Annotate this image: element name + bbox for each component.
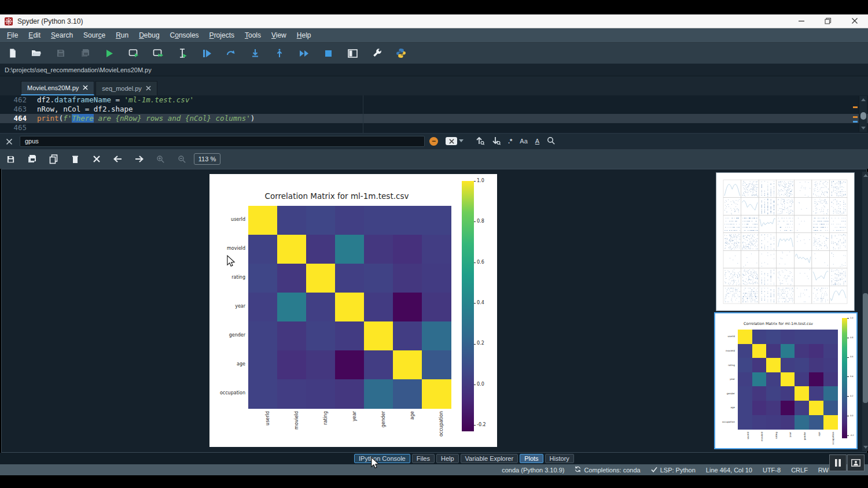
search-options-button[interactable] [547,136,556,146]
y-tick-label: userId [715,335,735,338]
find-next-button[interactable] [492,136,501,146]
thumbnails-scrollbar[interactable] [862,172,868,451]
status-conda-python-3-10-9-: conda (Python 3.10.9) [502,467,564,474]
maximize-pane-button[interactable] [340,45,365,62]
menu-item-consoles[interactable]: Consoles [165,29,204,41]
editor-tab-movielens20m.py[interactable]: MovieLens20M.py [21,81,94,95]
python-icon [396,48,406,58]
x-tick-label: userId [265,411,270,426]
next-plot-button[interactable] [128,151,150,167]
tab-close-icon[interactable] [146,85,151,92]
debug-continue-button[interactable] [219,45,243,62]
editor-scrollbar[interactable] [859,96,867,132]
run-file-button[interactable] [97,45,122,62]
y-tick-label: age [715,406,735,409]
overlay-webcam-button[interactable] [847,454,865,471]
menu-item-search[interactable]: Search [46,29,78,41]
pane-tab-files[interactable]: Files [412,454,435,463]
code-line-465[interactable]: 465 [0,123,868,132]
menu-item-view[interactable]: View [267,29,291,41]
run-cell-button[interactable] [122,45,146,62]
pane-tab-plots[interactable]: Plots [520,454,543,463]
save-button[interactable] [49,45,73,62]
menu-label: un [121,31,128,39]
find-previous-button[interactable] [476,136,484,146]
zoom-in-button[interactable] [150,151,171,167]
previous-plot-button[interactable] [107,151,128,167]
heatmap-cell [393,264,422,293]
thumbnail-scatter-matrix[interactable] [716,172,855,311]
open-file-button[interactable] [24,45,49,62]
step-into-button[interactable] [243,45,267,62]
debug-file-button[interactable] [194,45,219,62]
scroll-up-icon[interactable] [861,98,866,101]
python-env-button[interactable] [389,45,413,62]
figure-correlation-matrix[interactable]: Correlation Matrix for ml-1m.test.csvuse… [209,174,497,447]
zoom-out-button[interactable] [171,151,193,167]
menu-item-run[interactable]: Run [111,29,133,41]
continue-execution-button[interactable] [292,45,316,62]
preferences-button[interactable] [365,45,389,62]
menu-item-help[interactable]: Help [292,29,316,41]
editor-tab-seq_model.py[interactable]: seq_model.py [95,81,157,95]
colorbar-tick-label: 0.0 [850,415,854,417]
pause-icon [834,459,841,467]
remove-all-plots-button[interactable] [86,151,107,167]
overlay-pause-button[interactable] [829,454,847,471]
y-tick-label: userId [209,217,245,222]
close-button[interactable] [845,14,865,27]
code-line-464[interactable]: 464print(f'There are {nRow} rows and {nC… [0,114,868,123]
heatmap-cell [823,330,838,344]
match-case-button[interactable]: Aa [520,138,527,145]
code-line-462[interactable]: 462df2.dataframeName = 'ml-1m.test.csv' [0,95,868,105]
save-all-button[interactable] [73,45,97,62]
minimize-button[interactable] [792,14,811,27]
thumbnail-correlation-matrix[interactable]: Correlation Matrix for ml-1m.test.csvuse… [714,312,858,449]
menu-item-projects[interactable]: Projects [205,29,239,41]
y-tick-label: rating [209,275,245,280]
maximize-button[interactable] [818,14,838,27]
copy-plot-button[interactable] [43,151,64,167]
heatmap-cell [393,379,422,409]
clear-search-button[interactable] [446,137,457,145]
history-caret-icon[interactable] [459,139,464,143]
heatmap-cell [248,293,278,322]
code-line-463[interactable]: 463nRow, nCol = df2.shape [0,105,868,114]
save-all-plots-button[interactable] [21,151,43,167]
run-selection-button[interactable] [170,45,194,62]
find-input[interactable]: gpus [20,136,425,147]
menu-item-file[interactable]: File [2,29,23,41]
heatmap-cell [248,206,278,235]
scroll-down-icon[interactable] [861,127,866,130]
save-plot-button[interactable] [0,151,21,167]
run-cell-advance-button[interactable] [146,45,170,62]
code-text: nRow, nCol = df2.shape [32,105,133,114]
menu-item-tools[interactable]: Tools [240,29,266,41]
pane-tab-help[interactable]: Help [436,454,459,463]
menu-item-source[interactable]: Source [79,29,110,41]
step-return-button[interactable] [267,45,292,62]
new-file-button[interactable] [0,45,24,62]
tab-close-icon[interactable] [83,84,88,91]
menu-label: iew [276,31,286,39]
scroll-up-icon[interactable] [863,174,868,177]
regex-button[interactable]: .* [508,138,512,145]
thumbnails-scrollbar-thumb[interactable] [863,293,868,403]
whole-words-button[interactable]: A [535,138,539,145]
menu-item-debug[interactable]: Debug [134,29,164,41]
x-tick-label: gender [381,411,386,427]
find-next-icon [492,136,501,145]
scroll-down-icon[interactable] [863,446,868,449]
code-token: There [72,114,94,123]
colorbar-tick [847,376,849,377]
find-close-button[interactable] [6,137,14,145]
remove-plot-button[interactable] [64,151,86,167]
editor-scrollbar-thumb[interactable] [860,112,866,120]
zoom-level: 113 % [194,153,220,165]
pane-tab-variable-explorer[interactable]: Variable Explorer [461,454,518,463]
menu-item-edit[interactable]: Edit [24,29,45,41]
stop-button[interactable] [316,45,340,62]
pane-tab-history[interactable]: History [545,454,574,463]
pane-tab-ipython-console[interactable]: IPython Console [354,454,410,463]
code-editor[interactable]: 462df2.dataframeName = 'ml-1m.test.csv'4… [0,95,868,133]
